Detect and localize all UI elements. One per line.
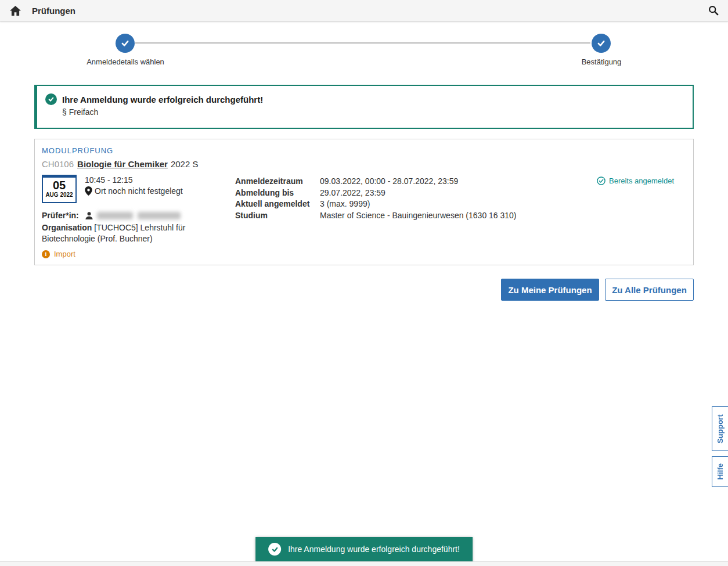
alert-title: Ihre Anmeldung wurde erfolgreich durchge… [62, 95, 263, 104]
detail-label: Aktuell angemeldet [235, 199, 320, 210]
detail-row: Anmeldezeitraum 09.03.2022, 00:00 - 28.0… [235, 176, 597, 188]
info-icon: i [42, 250, 50, 258]
top-bar: Prüfungen [0, 0, 728, 21]
detail-label: Anmeldezeitraum [235, 176, 320, 188]
detail-row: Aktuell angemeldet 3 (max. 9999) [235, 199, 597, 210]
exam-date-box: 05 AUG 2022 [42, 175, 77, 203]
detail-row: Abmeldung bis 29.07.2022, 23:59 [235, 188, 597, 199]
registered-check-icon [597, 176, 606, 185]
import-label: Import [54, 250, 75, 258]
examiner-label: Prüfer*in: [42, 211, 79, 220]
exam-title-line: CH0106Biologie für Chemiker2022 S [42, 159, 685, 169]
person-icon [85, 211, 93, 220]
status-badge-label: Bereits angemeldet [609, 176, 674, 185]
exam-type-label: MODULPRÜFUNG [42, 146, 685, 155]
detail-value: 3 (max. 9999) [320, 199, 597, 210]
success-toast: Ihre Anmeldung wurde erfolgreich durchge… [255, 537, 473, 561]
status-badge: Bereits angemeldet [597, 176, 685, 185]
toast-check-icon [268, 543, 281, 556]
hilfe-tab[interactable]: Hilfe [712, 456, 728, 487]
wizard-stepper: Anmeldedetails wählen Bestätigung [34, 34, 694, 75]
semester-label: 2022 S [171, 159, 199, 169]
examiner-row: Prüfer*in: [42, 211, 235, 220]
success-alert: Ihre Anmeldung wurde erfolgreich durchge… [34, 85, 694, 129]
examiner-name-redacted [97, 212, 133, 219]
stepper-connector [135, 42, 590, 44]
detail-label: Studium [235, 210, 320, 222]
exam-left-column: 05 AUG 2022 10:45 - 12:15 Ort noch nicht… [42, 175, 235, 258]
organisation-row: Organisation [TUCHOC5] Lehrstuhl für Bio… [42, 222, 216, 244]
exam-card: MODULPRÜFUNG CH0106Biologie für Chemiker… [34, 139, 694, 265]
location-pin-icon [85, 186, 92, 196]
hilfe-tab-label: Hilfe [716, 463, 725, 480]
exam-location: Ort noch nicht festgelegt [95, 186, 183, 196]
course-title-link[interactable]: Biologie für Chemiker [77, 159, 168, 169]
detail-value: Master of Science - Bauingenieurwesen (1… [320, 210, 597, 222]
search-icon[interactable] [707, 4, 720, 17]
home-icon[interactable] [9, 4, 21, 17]
toast-message: Ihre Anmeldung wurde erfolgreich durchge… [288, 545, 460, 554]
support-tab-label: Support [716, 414, 725, 444]
zu-meine-pruefungen-button[interactable]: Zu Meine Prüfungen [501, 279, 599, 301]
success-check-icon [45, 93, 57, 105]
step-label-bestaetigung: Bestätigung [582, 57, 622, 66]
detail-value: 29.07.2022, 23:59 [320, 188, 597, 199]
footer-strip [0, 561, 728, 566]
step-done-icon[interactable] [116, 34, 135, 53]
examiner-name-redacted [138, 212, 181, 219]
page-title: Prüfungen [32, 6, 75, 16]
exam-date-day: 05 [43, 179, 75, 192]
exam-details: Anmeldezeitraum 09.03.2022, 00:00 - 28.0… [235, 175, 597, 258]
detail-label: Abmeldung bis [235, 188, 320, 199]
detail-row: Studium Master of Science - Bauingenieur… [235, 210, 597, 222]
organisation-label: Organisation [42, 223, 92, 232]
import-link[interactable]: i Import [42, 250, 235, 258]
step-label-anmeldedetails: Anmeldedetails wählen [87, 57, 164, 66]
detail-value: 09.03.2022, 00:00 - 28.07.2022, 23:59 [320, 176, 597, 188]
support-tab[interactable]: Support [712, 406, 728, 451]
course-code: CH0106 [42, 159, 74, 169]
exam-time: 10:45 - 12:15 [85, 175, 183, 185]
zu-alle-pruefungen-button[interactable]: Zu Alle Prüfungen [605, 279, 694, 301]
step-done-icon[interactable] [592, 34, 611, 53]
exam-date-month-year: AUG 2022 [43, 192, 75, 198]
alert-subtitle: § Freifach [62, 107, 683, 117]
